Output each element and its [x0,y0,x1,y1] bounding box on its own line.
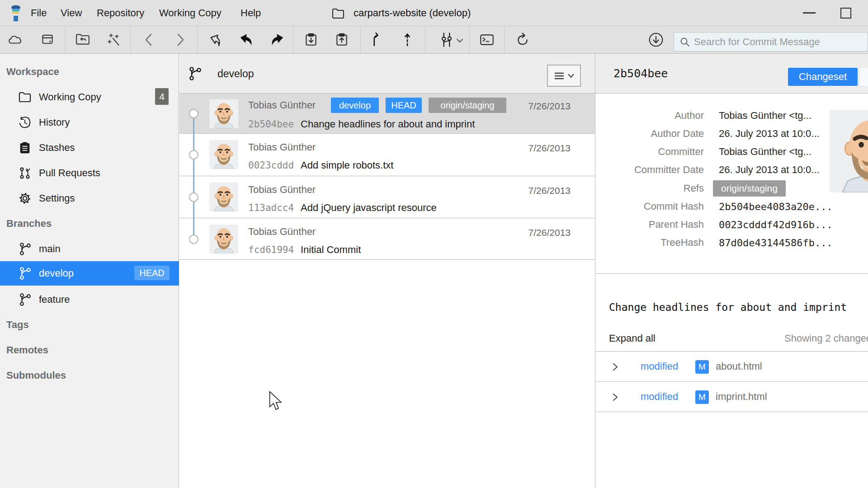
branch-icon [18,266,32,281]
minimize-button[interactable] [803,12,816,14]
undo-button[interactable] [236,30,256,50]
sidebar-item-history[interactable]: History [0,110,179,135]
file-name: imprint.html [716,382,767,412]
commit-message: Add simple robots.txt [301,160,393,171]
head-badge: HEAD [386,98,422,113]
avatar [209,183,238,211]
branch-icon [18,292,32,307]
menu-view[interactable]: View [60,0,83,26]
share-button[interactable] [205,30,225,50]
sidebar-branch-main[interactable]: main [0,237,179,261]
commit-row[interactable]: Tobias Günther 7/26/2013 fcd61994 Initia… [179,218,595,260]
hamburger-icon [554,71,565,80]
tree-button[interactable] [860,68,868,86]
detail-row-refs: Refs origin/staging [595,179,868,197]
clipboard-up-icon [334,32,349,47]
commit-node [189,150,198,160]
commit-date: 7/26/2013 [528,143,571,154]
sidebar-branch-feature[interactable]: feature [0,287,179,312]
file-row-imprint[interactable]: modified M imprint.html [595,382,868,412]
refresh-icon [515,32,530,47]
history-clock-icon [18,116,32,129]
commit-author: Tobias Günther [248,226,316,238]
compare-branches-icon [438,32,455,48]
detail-short-hash: 2b504bee [613,54,668,93]
changeset-button[interactable]: Changeset [788,68,858,86]
sidebar-header-submodules[interactable]: Submodules [6,370,66,381]
commit-author: Tobias Günther [248,141,316,153]
compare-branches-button[interactable] [437,30,457,50]
branch-icon [188,66,202,82]
terminal-icon [479,32,495,47]
avatar [209,99,238,128]
list-options-button[interactable] [547,65,581,87]
sidebar-header-branches: Branches [6,218,52,230]
sidebar-item-pull-requests[interactable]: Pull Requests [0,161,179,185]
fetch-cloud-button[interactable] [5,30,25,50]
working-copy-count-badge: 4 [155,88,169,105]
download-circle-icon [648,32,664,48]
sidebar-item-settings[interactable]: Settings [0,186,179,211]
sidebar-item-stashes[interactable]: Stashes [0,136,179,160]
commit-search-box[interactable] [674,32,868,52]
redo-button[interactable] [267,30,287,50]
chevron-left-icon [142,32,156,47]
sidebar-item-working-copy[interactable]: Working Copy [0,85,179,109]
cloud-icon [7,32,23,47]
menu-repository[interactable]: Repository [96,0,145,26]
chevron-down-icon [567,73,575,79]
stash-icon [18,141,32,154]
commit-row[interactable]: Tobias Günther 7/26/2013 113adcc4 Add jQ… [179,176,595,218]
commit-list-branch-name: develop [217,54,254,94]
file-row-about[interactable]: modified M about.html [595,352,868,382]
showing-changes-label: Showing 2 changed files [784,333,868,344]
terminal-button[interactable] [477,30,497,50]
detail-row-committer-date: Committer Date 26. July 2013 at 10:0... [595,161,868,179]
stash-save-button[interactable] [301,30,321,50]
file-status: modified [641,352,678,381]
folder-icon [332,8,344,19]
chevron-right-icon [173,32,187,47]
branch-badge-develop: develop [331,98,379,113]
chevron-down-small-icon[interactable] [455,37,465,44]
commit-message: Add jQuery javascript resource [301,202,437,214]
commit-author: Tobias Günther [248,99,316,111]
detail-commit-message: Change headlines for about and imprint [609,301,847,313]
chevron-right-icon[interactable] [611,362,619,371]
commit-row[interactable]: Tobias Günther 7/26/2013 0023cddd Add si… [179,134,595,176]
stash-pop-button[interactable] [332,30,352,50]
sidebar-header-tags[interactable]: Tags [6,319,29,331]
download-commits-button[interactable] [646,30,666,50]
quick-actions-button[interactable] [104,30,124,50]
search-icon [679,37,690,47]
detail-row-tree-hash: TreeHash 87d0de43144586fb... [595,234,868,252]
commit-hash: 2b504bee [248,119,294,130]
open-repo-button[interactable] [73,30,93,50]
commit-date: 7/26/2013 [528,227,571,238]
head-badge: HEAD [134,266,170,280]
nav-forward-button[interactable] [170,30,190,50]
menu-file[interactable]: File [30,0,47,26]
folder-icon [18,91,32,103]
merge-button[interactable] [366,30,386,50]
chevron-right-icon[interactable] [611,393,619,402]
refresh-button[interactable] [513,30,533,50]
remote-badge: origin/staging [429,98,506,113]
maximize-button[interactable] [840,8,851,19]
menu-help[interactable]: Help [240,0,262,26]
commit-date: 7/26/2013 [528,185,571,196]
expand-all-link[interactable]: Expand all [609,333,656,344]
detail-row-author: Author Tobias Günther <tg... [595,107,868,125]
commit-message: Change headlines for about and imprint [301,118,475,130]
search-input[interactable] [694,36,857,48]
branch-icon [18,242,32,256]
local-repo-button[interactable] [38,30,57,50]
detail-row-commit-hash: Commit Hash 2b504bee4083a20e... [595,197,868,216]
menu-working-copy[interactable]: Working Copy [158,0,222,26]
nav-back-button[interactable] [139,30,159,50]
menu-bar: File View Repository Working Copy Help c… [0,0,868,26]
commit-row[interactable]: Tobias Günther develop HEAD origin/stagi… [179,94,595,134]
rebase-button[interactable] [397,30,417,50]
window-title: carparts-website (develop) [354,0,471,26]
sidebar-header-remotes[interactable]: Remotes [6,344,48,356]
